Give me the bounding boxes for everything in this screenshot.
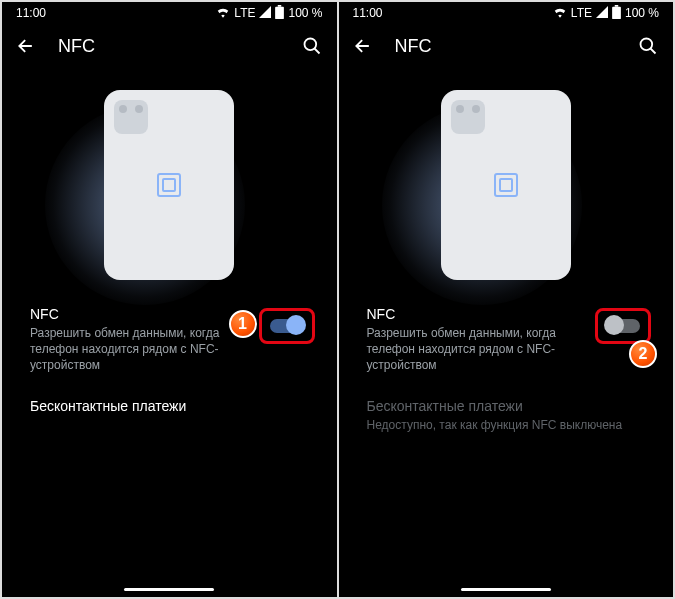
status-right: LTE 100 % (216, 5, 322, 22)
page-title: NFC (58, 36, 301, 57)
back-icon[interactable] (353, 36, 373, 56)
svg-point-2 (304, 39, 316, 51)
nfc-toggle-switch[interactable] (606, 319, 640, 333)
annotation-badge-1: 1 (229, 310, 257, 338)
status-time: 11:00 (353, 6, 383, 20)
nfc-toggle-subtitle: Разрешить обмен данными, когда телефон н… (367, 325, 594, 374)
gesture-nav-bar[interactable] (461, 588, 551, 591)
svg-rect-4 (615, 5, 619, 7)
wifi-icon (216, 6, 230, 21)
battery-label: 100 % (288, 6, 322, 20)
svg-rect-1 (278, 5, 282, 7)
search-icon[interactable] (637, 36, 659, 56)
svg-point-5 (641, 39, 653, 51)
nfc-toggle-subtitle: Разрешить обмен данными, когда телефон н… (30, 325, 257, 374)
network-label: LTE (571, 6, 592, 20)
gesture-nav-bar[interactable] (124, 588, 214, 591)
contactless-payments-row[interactable]: Бесконтактные платежи (2, 384, 337, 424)
signal-icon (259, 6, 271, 21)
payments-title: Бесконтактные платежи (30, 398, 317, 414)
screen-nfc-on: 11:00 LTE 100 % NFC (2, 2, 337, 597)
contactless-payments-row: Бесконтактные платежи Недоступно, так ка… (339, 384, 674, 443)
signal-icon (596, 6, 608, 21)
header: NFC (2, 24, 337, 68)
annotation-badge-2: 2 (629, 340, 657, 368)
battery-icon (612, 5, 621, 22)
network-label: LTE (234, 6, 255, 20)
nfc-toggle-switch[interactable] (270, 319, 304, 333)
nfc-toggle-row[interactable]: NFC Разрешить обмен данными, когда телеф… (2, 290, 337, 384)
nfc-toggle-row[interactable]: NFC Разрешить обмен данными, когда телеф… (339, 290, 674, 384)
payments-title: Бесконтактные платежи (367, 398, 654, 414)
nfc-chip-icon (157, 173, 181, 197)
screen-nfc-off: 11:00 LTE 100 % NFC (339, 2, 674, 597)
status-bar: 11:00 LTE 100 % (2, 2, 337, 24)
battery-label: 100 % (625, 6, 659, 20)
page-title: NFC (395, 36, 638, 57)
nfc-illustration (89, 80, 249, 290)
header: NFC (339, 24, 674, 68)
wifi-icon (553, 6, 567, 21)
search-icon[interactable] (301, 36, 323, 56)
battery-icon (275, 5, 284, 22)
nfc-toggle-title: NFC (30, 306, 257, 322)
status-time: 11:00 (16, 6, 46, 20)
payments-subtitle: Недоступно, так как функция NFC выключен… (367, 417, 654, 433)
nfc-chip-icon (494, 173, 518, 197)
nfc-toggle-title: NFC (367, 306, 594, 322)
svg-rect-0 (276, 6, 285, 18)
status-right: LTE 100 % (553, 5, 659, 22)
nfc-illustration (426, 80, 586, 290)
back-icon[interactable] (16, 36, 36, 56)
svg-rect-3 (612, 6, 621, 18)
status-bar: 11:00 LTE 100 % (339, 2, 674, 24)
